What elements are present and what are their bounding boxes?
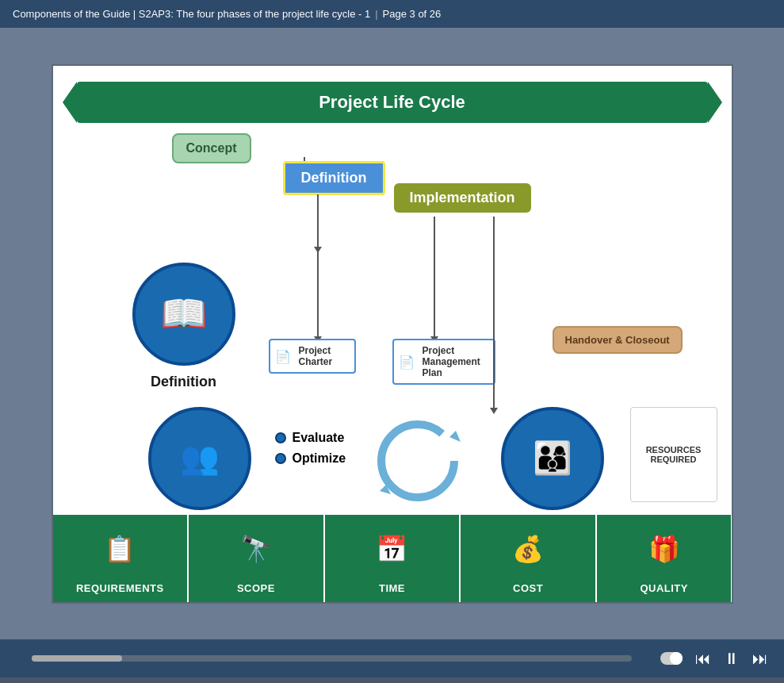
progress-bar[interactable]	[32, 655, 632, 662]
quality-icon: 🎁	[648, 534, 680, 564]
bottom-tiles: 📋 REQUIREMENTS 🔭 SCOPE 📅 TIME 💰	[53, 515, 732, 602]
evaluate-dot	[275, 432, 286, 443]
cycle-container	[370, 413, 473, 516]
cycle-svg	[370, 413, 465, 508]
progress-fill	[32, 655, 122, 662]
tile-scope: 🔭 SCOPE	[189, 515, 325, 602]
svg-point-0	[381, 424, 454, 497]
concept-box: Concept	[172, 133, 251, 163]
requirements-icon: 📋	[104, 534, 136, 564]
optimize-label: Optimize	[293, 451, 346, 466]
tile-quality: 🎁 QUALITY	[597, 515, 732, 602]
connector-impl-resources	[493, 217, 495, 411]
cost-icon: 💰	[512, 534, 544, 564]
header-title: Components of the Guide | S2AP3: The fou…	[13, 8, 370, 20]
concept-label: Concept	[186, 141, 237, 155]
resources-req-box: RESOURCES REQUIRED	[630, 407, 717, 502]
record-indicator	[660, 652, 683, 665]
skip-back-button[interactable]: ⏮	[695, 650, 711, 668]
skip-forward-button[interactable]: ⏭	[752, 650, 768, 668]
cost-label: COST	[461, 579, 595, 597]
quality-icon-area: 🎁	[597, 515, 732, 579]
definition-phase-label: Definition	[301, 170, 367, 186]
header-bar: Components of the Guide | S2AP3: The fou…	[0, 0, 784, 28]
handover-label: Handover & Closeout	[565, 334, 670, 346]
pmp-label: Project Management Plan	[423, 345, 480, 378]
resources-req-text: RESOURCES REQUIRED	[631, 442, 717, 467]
cost-icon-area: 💰	[461, 515, 595, 579]
slide: Project Life Cycle Concept Definition Im…	[52, 64, 733, 604]
time-icon: 📅	[376, 534, 407, 564]
handover-box: Handover & Closeout	[553, 326, 683, 354]
scope-label: SCOPE	[189, 579, 323, 597]
connector-def-charter	[317, 213, 319, 340]
tile-cost: 💰 COST	[461, 515, 597, 602]
time-icon-area: 📅	[325, 515, 460, 579]
quality-label: QUALITY	[597, 579, 732, 597]
definition-phase-box: Definition	[283, 161, 385, 195]
meeting-circle: 👥	[148, 407, 251, 510]
scope-icon-area: 🔭	[189, 515, 323, 579]
plc-title: Project Life Cycle	[319, 92, 465, 113]
project-charter-box: Project Charter	[269, 339, 356, 374]
implementation-label: Implementation	[410, 190, 515, 205]
optimize-item: Optimize	[275, 451, 346, 466]
scope-icon: 🔭	[240, 534, 272, 564]
evaluate-label: Evaluate	[293, 431, 345, 445]
meeting-icon: 👥	[180, 439, 220, 477]
main-container: Project Life Cycle Concept Definition Im…	[0, 28, 784, 639]
book-icon: 📖	[160, 292, 208, 336]
plc-arrow: Project Life Cycle	[77, 82, 708, 123]
optimize-dot	[275, 453, 286, 464]
tile-requirements: 📋 REQUIREMENTS	[53, 515, 189, 602]
requirements-label: REQUIREMENTS	[53, 579, 188, 597]
evaluate-item: Evaluate	[275, 431, 346, 445]
page-number: Page 3 of 26	[383, 8, 442, 20]
requirements-icon-area: 📋	[53, 515, 188, 579]
pmp-box: Project Management Plan	[392, 339, 495, 385]
implementation-box: Implementation	[394, 183, 531, 213]
resources-people-icon: 👨‍👩‍👦	[533, 439, 572, 477]
pause-button[interactable]: ⏸	[724, 650, 740, 668]
eval-optimize-container: Evaluate Optimize	[275, 431, 346, 472]
tile-time: 📅 TIME	[325, 515, 461, 602]
svg-marker-1	[449, 431, 461, 442]
project-charter-label: Project Charter	[299, 345, 333, 367]
connector-impl-down	[434, 217, 435, 340]
separator: |	[375, 8, 377, 20]
player-bar: ⏮ ⏸ ⏭	[0, 639, 784, 677]
definition-circle: 📖	[132, 263, 235, 366]
resources-circle: 👨‍👩‍👦	[501, 407, 604, 510]
definition-circle-label: Definition	[140, 374, 228, 390]
arrow-resources	[490, 408, 498, 414]
time-label: TIME	[325, 579, 460, 597]
